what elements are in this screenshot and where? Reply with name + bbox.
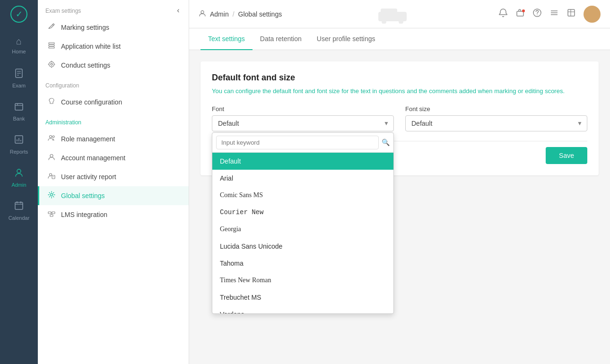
dropdown-item-lucida[interactable]: Lucida Sans Unicode (212, 238, 393, 255)
sidebar-item-marking-settings[interactable]: Marking settings (38, 18, 189, 37)
font-search-input[interactable] (216, 136, 379, 149)
nav-item-calendar[interactable]: Calendar (0, 194, 38, 227)
nav-item-exam[interactable]: Exam (0, 61, 38, 95)
svg-rect-4 (15, 104, 23, 110)
application-white-list-icon (47, 42, 56, 51)
sidebar-item-conduct-settings[interactable]: Conduct settings (38, 56, 189, 75)
dropdown-item-georgia[interactable]: Georgia (212, 221, 393, 238)
dropdown-item-trebuchet[interactable]: Trebuchet MS (212, 289, 393, 306)
svg-rect-19 (49, 47, 54, 48)
svg-point-41 (382, 19, 386, 24)
configuration-section-title: Configuration (38, 75, 189, 93)
save-button[interactable]: Save (546, 147, 587, 164)
conduct-settings-icon (47, 61, 56, 70)
dropdown-item-verdana[interactable]: Verdana (212, 306, 393, 313)
svg-rect-43 (517, 11, 523, 16)
font-row: Font Default ▼ 🔍 (212, 105, 587, 131)
svg-point-29 (50, 173, 52, 176)
dropdown-item-courier-new[interactable]: Courier New (212, 204, 393, 221)
font-size-select[interactable]: Default (405, 115, 587, 131)
nav-home-label: Home (12, 49, 26, 54)
content-body: Default font and size You can configure … (189, 50, 610, 364)
sidebar-item-account-management[interactable]: Account management (38, 148, 189, 167)
font-label: Font (212, 105, 394, 113)
exam-settings-section-title: Exam settings (38, 0, 189, 18)
nav-calendar-label: Calendar (9, 215, 30, 221)
sidebar-item-lms-integration[interactable]: LMS integration (38, 205, 189, 224)
marking-settings-icon (47, 23, 56, 32)
administration-section-title: Administration (38, 112, 189, 130)
calendar-icon (14, 200, 24, 213)
svg-point-20 (49, 62, 54, 67)
dropdown-item-tahoma[interactable]: Tahoma (212, 255, 393, 272)
font-field: Font Default ▼ 🔍 (212, 105, 394, 131)
tab-bar: Text settings Data retention User profil… (189, 28, 610, 50)
font-select-wrapper: Default ▼ 🔍 Default Arial (212, 115, 394, 131)
font-size-select-wrapper: Default ▼ (405, 115, 587, 131)
svg-rect-12 (15, 202, 23, 209)
dropdown-item-comic-sans[interactable]: Comic Sans MS (212, 187, 393, 204)
sidebar-item-global-settings[interactable]: Global settings (38, 186, 189, 205)
svg-point-27 (52, 136, 54, 138)
marking-settings-label: Marking settings (61, 24, 109, 31)
sidebar-item-user-activity-report[interactable]: User activity report (38, 167, 189, 186)
search-icon: 🔍 (382, 139, 390, 146)
application-white-list-label: Application white list (61, 43, 121, 50)
header: Admin / Global settings (189, 0, 610, 28)
left-navigation: ✓ ⌂ Home Exam Bank Reports Admin Calenda… (0, 0, 38, 364)
nav-item-admin[interactable]: Admin (0, 161, 38, 194)
sidebar-item-application-white-list[interactable]: Application white list (38, 37, 189, 56)
nav-bank-label: Bank (13, 116, 25, 121)
tab-text-settings[interactable]: Text settings (200, 28, 253, 50)
svg-point-11 (17, 169, 21, 173)
course-configuration-icon (47, 97, 56, 107)
nav-exam-label: Exam (12, 83, 26, 88)
sidebar-item-course-configuration[interactable]: Course configuration (38, 93, 189, 112)
tab-data-retention[interactable]: Data retention (253, 28, 309, 50)
svg-rect-34 (52, 212, 55, 214)
svg-rect-33 (48, 212, 51, 214)
notification-bell-icon[interactable] (498, 8, 508, 20)
nav-admin-label: Admin (11, 182, 26, 188)
user-avatar[interactable] (584, 6, 601, 23)
font-select[interactable]: Default (212, 115, 394, 131)
nav-item-reports[interactable]: Reports (0, 128, 38, 161)
settings-card: Default font and size You can configure … (200, 61, 599, 175)
help-icon[interactable] (532, 8, 542, 20)
settings-card-description: You can configure the default font and f… (212, 87, 587, 96)
nav-item-home[interactable]: ⌂ Home (0, 28, 38, 61)
dropdown-list: Default Arial Comic Sans MS Courier New … (212, 153, 393, 313)
user-profile-icon[interactable] (566, 8, 576, 20)
settings-card-title: Default font and size (212, 73, 587, 83)
global-settings-label: Global settings (61, 192, 105, 199)
header-icons (498, 6, 601, 23)
conduct-settings-label: Conduct settings (61, 61, 110, 69)
tab-user-profile-settings[interactable]: User profile settings (309, 28, 383, 50)
page-title: Global settings (238, 10, 282, 18)
svg-point-44 (522, 9, 525, 12)
sidebar-item-role-management[interactable]: Role management (38, 130, 189, 148)
home-icon: ⌂ (16, 36, 22, 47)
svg-rect-17 (49, 43, 54, 44)
dropdown-item-arial[interactable]: Arial (212, 170, 393, 187)
svg-rect-35 (50, 215, 53, 217)
breadcrumb-admin-icon (199, 9, 206, 19)
lms-integration-label: LMS integration (61, 211, 107, 218)
sidebar-toggle-button[interactable]: ‹ (173, 5, 184, 16)
logo-icon: ✓ (10, 6, 27, 23)
briefcase-icon[interactable] (515, 8, 525, 20)
reports-icon (14, 134, 24, 147)
lms-integration-icon (47, 210, 56, 219)
nav-item-bank[interactable]: Bank (0, 95, 38, 128)
app-logo: ✓ (0, 0, 38, 28)
svg-point-46 (537, 15, 538, 16)
global-settings-icon (47, 191, 56, 200)
menu-list-icon[interactable] (549, 8, 559, 20)
dropdown-item-default[interactable]: Default (212, 153, 393, 170)
svg-rect-18 (49, 45, 54, 46)
font-size-label: Font size (405, 105, 587, 113)
svg-point-42 (399, 19, 403, 24)
main-content: Admin / Global settings (189, 0, 610, 364)
bank-icon (14, 101, 24, 114)
dropdown-item-times-new-roman[interactable]: Times New Roman (212, 272, 393, 289)
